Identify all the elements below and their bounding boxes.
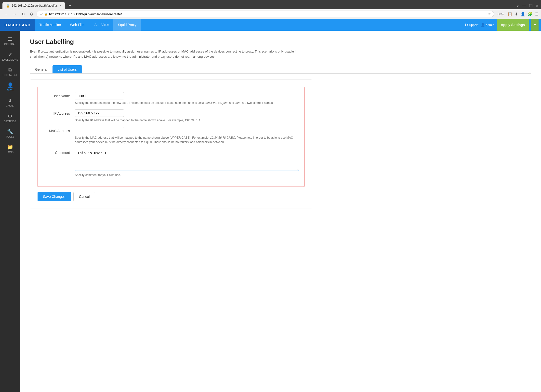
refresh-button[interactable]: ↻ <box>20 11 26 17</box>
profile-icon[interactable]: 👤 <box>520 12 525 16</box>
settings-icon: ⚙ <box>8 113 12 119</box>
url-input[interactable] <box>49 12 486 16</box>
user-name-hint: Specify the name (label) of the new user… <box>75 101 296 105</box>
user-name-input[interactable] <box>75 92 124 99</box>
ip-address-label: IP Address <box>43 109 75 122</box>
close-window-button[interactable]: ✕ <box>535 3 539 8</box>
user-name-label: User Name <box>43 92 75 105</box>
comment-label: Comment <box>43 149 75 177</box>
mac-address-input[interactable] <box>75 127 124 134</box>
sidebar-item-general[interactable]: ☰ GENERAL <box>0 33 20 49</box>
exclusions-icon: ✔ <box>8 52 12 57</box>
nav-web-filter[interactable]: Web Filter <box>66 19 90 31</box>
comment-hint: Specify comment for your own use. <box>75 173 296 177</box>
sidebar-item-tools[interactable]: 🔧 TOOLS <box>0 126 20 141</box>
mac-address-hint: Specify the MAC address that will be map… <box>75 135 296 144</box>
app-body: ☰ GENERAL ✔ EXCLUSIONS ⧉ HTTPS / SSL 👤 A… <box>0 31 541 392</box>
sidebar-item-settings[interactable]: ⚙ SETTINGS <box>0 110 20 126</box>
back-button[interactable]: ← <box>2 11 9 17</box>
url-bar[interactable]: 🛡 🔒 ☆ <box>37 11 494 17</box>
page-description: Even if proxy authentication is not enab… <box>30 49 300 59</box>
comment-field: This is User 1 Specify comment for your … <box>75 149 299 177</box>
tab-list-of-users[interactable]: List of Users <box>53 65 82 73</box>
maximize-button[interactable]: ❐ <box>529 3 532 8</box>
general-icon: ☰ <box>8 36 12 42</box>
form-section: User Name Specify the name (label) of th… <box>38 87 304 187</box>
sidebar-item-exclusions[interactable]: ✔ EXCLUSIONS <box>0 49 20 64</box>
sidebar-item-auth[interactable]: 👤 AUTH <box>0 79 20 95</box>
mac-address-label: MAC Address <box>43 127 75 144</box>
toolbar-icons: 📋 ⬇ 👤 🧩 ☰ <box>507 12 539 16</box>
ip-address-input[interactable] <box>75 109 124 117</box>
https-icon: ⧉ <box>8 67 12 73</box>
nav-anti-virus[interactable]: Anti Virus <box>90 19 114 31</box>
ip-address-field: Specify the IP address that will be mapp… <box>75 109 299 122</box>
extensions-button[interactable]: ⚙ <box>28 11 35 17</box>
tab-url: 192.168.10.119/squid/auth/label/us <box>12 4 58 7</box>
auth-icon: 👤 <box>7 82 13 88</box>
tab-bar: General List of Users <box>30 65 531 74</box>
info-icon: ℹ <box>465 23 466 27</box>
cache-icon: ⬇ <box>8 98 12 104</box>
window-controls: ∨ — ❐ ✕ <box>516 3 539 8</box>
ip-address-row: IP Address Specify the IP address that w… <box>43 109 299 122</box>
user-name-row: User Name Specify the name (label) of th… <box>43 92 299 105</box>
tab-close-button[interactable]: × <box>60 4 62 8</box>
browser-toolbar: ← → ↻ ⚙ 🛡 🔒 ☆ 80% 📋 ⬇ 👤 🧩 ☰ <box>0 9 541 19</box>
logs-icon: 📁 <box>7 144 13 150</box>
tab-general[interactable]: General <box>30 65 53 73</box>
menu-icon[interactable]: ☰ <box>535 12 539 16</box>
sidebar-item-https-ssl[interactable]: ⧉ HTTPS / SSL <box>0 64 20 79</box>
bookmark-icon[interactable]: ☆ <box>488 12 491 16</box>
sidebar-item-cache[interactable]: ⬇ CACHE <box>0 95 20 110</box>
mac-address-field: Specify the MAC address that will be map… <box>75 127 299 144</box>
zoom-level: 80% <box>498 12 504 16</box>
cancel-button[interactable]: Cancel <box>73 192 95 201</box>
sidebar: ☰ GENERAL ✔ EXCLUSIONS ⧉ HTTPS / SSL 👤 A… <box>0 31 20 392</box>
lock-icon: 🔒 <box>44 13 48 16</box>
browser-chrome: 🔒 192.168.10.119/squid/auth/label/us × +… <box>0 0 541 19</box>
main-nav: Traffic Monitor Web Filter Anti Virus Sq… <box>35 19 141 31</box>
tab-icon: 🔒 <box>6 4 10 8</box>
support-button[interactable]: ℹ Support <box>465 23 478 27</box>
sidebar-item-logs[interactable]: 📁 LOGS <box>0 141 20 157</box>
new-tab-button[interactable]: + <box>66 3 73 9</box>
nav-squid-proxy[interactable]: Squid Proxy <box>113 19 141 31</box>
admin-icon: 👤 <box>481 23 485 27</box>
comment-row: Comment This is User 1 Specify comment f… <box>43 149 299 177</box>
main-content: User Labelling Even if proxy authenticat… <box>20 31 541 392</box>
save-changes-button[interactable]: Save Changes <box>38 192 71 201</box>
form-card: User Name Specify the name (label) of th… <box>30 80 312 208</box>
nav-traffic-monitor[interactable]: Traffic Monitor <box>35 19 66 31</box>
admin-button[interactable]: 👤 admin <box>481 23 494 27</box>
pocket-icon[interactable]: 📋 <box>507 12 512 16</box>
browser-tab[interactable]: 🔒 192.168.10.119/squid/auth/label/us × <box>2 2 65 9</box>
button-row: Save Changes Cancel <box>38 192 304 201</box>
page-title: User Labelling <box>30 38 531 46</box>
extensions-icon[interactable]: 🧩 <box>528 12 533 16</box>
apply-settings-dropdown[interactable]: ▾ <box>531 19 539 31</box>
download-icon[interactable]: ⬇ <box>515 12 518 16</box>
user-name-field: Specify the name (label) of the new user… <box>75 92 299 105</box>
forward-button[interactable]: → <box>11 11 18 17</box>
mac-address-row: MAC Address Specify the MAC address that… <box>43 127 299 144</box>
tools-icon: 🔧 <box>7 129 13 135</box>
app-header: DASHBOARD Traffic Monitor Web Filter Ant… <box>0 19 541 31</box>
apply-settings-button[interactable]: Apply Settings <box>497 19 529 31</box>
tabs-dropdown[interactable]: ∨ <box>516 3 519 8</box>
dashboard-logo[interactable]: DASHBOARD <box>0 19 35 31</box>
security-icon: 🛡 <box>40 12 43 16</box>
header-right: ℹ Support 👤 admin Apply Settings ▾ <box>465 19 541 31</box>
minimize-button[interactable]: — <box>522 3 526 8</box>
comment-input[interactable]: This is User 1 <box>75 149 299 171</box>
ip-address-hint: Specify the IP address that will be mapp… <box>75 118 296 122</box>
